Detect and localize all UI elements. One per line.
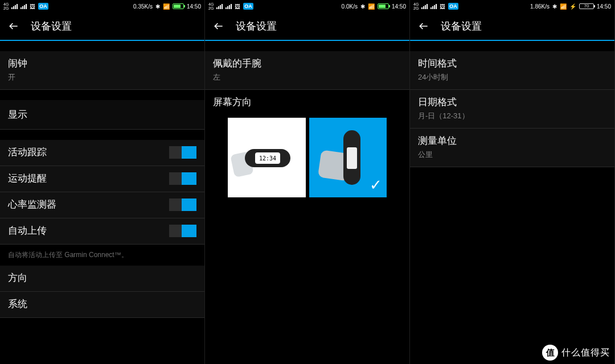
- row-activity-tracking[interactable]: 活动跟踪: [0, 140, 204, 166]
- orientation-option-horizontal[interactable]: 12:34: [228, 118, 306, 197]
- toggle-move-alert[interactable]: [169, 172, 196, 185]
- net-speed: 1.86K/s: [530, 3, 550, 10]
- screen-3: 4G2G 🖼 OA 1.86K/s 70 14:50 设备设置 时间格式 24小…: [410, 0, 615, 364]
- row-label: 方向: [8, 271, 196, 284]
- row-label: 闹钟: [8, 57, 196, 70]
- row-alarm[interactable]: 闹钟 开: [0, 51, 204, 90]
- band-icon: [343, 130, 360, 185]
- battery-icon: 70: [579, 3, 594, 9]
- wifi-icon: [560, 3, 567, 10]
- row-label: 运动提醒: [8, 172, 169, 185]
- row-auto-upload[interactable]: 自动上传: [0, 218, 204, 245]
- oa-badge: OA: [448, 3, 458, 10]
- row-hrm[interactable]: 心率监测器: [0, 192, 204, 218]
- row-system[interactable]: 系统: [0, 292, 204, 318]
- picture-icon: 🖼: [440, 3, 445, 10]
- clock: 14:50: [187, 3, 201, 10]
- status-bar: 4G2G 🖼 OA 0.35K/s 14:50: [0, 0, 204, 13]
- watermark: 值 什么值得买: [542, 345, 610, 361]
- signal-icon: [216, 3, 223, 9]
- signal-icon-2: [226, 3, 232, 9]
- row-label: 日期格式: [418, 96, 606, 109]
- screen-1: 4G2G 🖼 OA 0.35K/s 14:50 设备设置 闹钟 开 显示: [0, 0, 205, 364]
- wifi-icon: [368, 3, 375, 10]
- oa-badge: OA: [243, 3, 253, 10]
- bluetooth-icon: [360, 3, 365, 10]
- row-label: 时间格式: [418, 57, 606, 70]
- app-header: 设备设置: [410, 13, 614, 41]
- toggle-activity-tracking[interactable]: [169, 146, 196, 159]
- row-label: 心率监测器: [8, 198, 169, 211]
- row-label: 佩戴的手腕: [213, 57, 401, 70]
- row-display[interactable]: 显示: [0, 100, 204, 130]
- battery-icon: [173, 3, 184, 9]
- auto-upload-description: 自动将活动上传至 Garmin Connect™。: [0, 245, 204, 266]
- status-bar: 4G2G 🖼 OA 1.86K/s 70 14:50: [410, 0, 614, 13]
- network-type-icon: 4G2G: [208, 2, 214, 10]
- oa-badge: OA: [38, 3, 48, 10]
- row-label: 自动上传: [8, 224, 169, 237]
- watermark-text: 什么值得买: [561, 347, 610, 359]
- toggle-hrm[interactable]: [169, 198, 196, 211]
- band-display: 12:34: [255, 152, 280, 164]
- row-screen-orientation-header: 屏幕方向: [205, 90, 409, 111]
- signal-icon: [421, 3, 428, 9]
- band-icon: 12:34: [245, 149, 290, 167]
- picture-icon: 🖼: [235, 3, 240, 10]
- row-label: 活动跟踪: [8, 146, 169, 159]
- row-move-alert[interactable]: 运动提醒: [0, 166, 204, 192]
- orientation-option-vertical[interactable]: ✓: [309, 118, 387, 197]
- row-wrist[interactable]: 佩戴的手腕 左: [205, 51, 409, 90]
- row-label: 测量单位: [418, 134, 606, 147]
- check-icon: ✓: [370, 176, 382, 194]
- row-value: 月-日（12-31）: [418, 111, 606, 121]
- clock: 14:50: [392, 3, 406, 10]
- row-value: 开: [8, 72, 196, 82]
- row-label: 显示: [8, 108, 196, 121]
- row-date-format[interactable]: 日期格式 月-日（12-31）: [410, 90, 614, 129]
- row-value: 24小时制: [418, 72, 606, 82]
- row-value: 公里: [418, 150, 606, 160]
- toggle-auto-upload[interactable]: [169, 225, 196, 237]
- network-type-icon: 4G2G: [413, 2, 419, 10]
- clock: 14:50: [597, 3, 611, 10]
- row-label: 系统: [8, 297, 196, 311]
- charging-icon: [569, 3, 576, 10]
- orientation-picker: 12:34 ✓: [205, 111, 409, 208]
- wifi-icon: [163, 3, 170, 10]
- battery-icon: [378, 3, 389, 9]
- row-units[interactable]: 测量单位 公里: [410, 129, 614, 167]
- picture-icon: 🖼: [30, 3, 35, 10]
- back-icon[interactable]: [418, 20, 429, 32]
- signal-icon-2: [430, 3, 437, 9]
- app-header: 设备设置: [0, 13, 204, 41]
- row-time-format[interactable]: 时间格式 24小时制: [410, 51, 614, 90]
- watermark-badge-icon: 值: [542, 345, 558, 361]
- network-type-icon: 4G2G: [3, 2, 9, 10]
- bluetooth-icon: [552, 3, 557, 10]
- net-speed: 0.0K/s: [342, 3, 358, 10]
- page-title: 设备设置: [236, 19, 277, 33]
- page-title: 设备设置: [31, 19, 72, 33]
- status-bar: 4G2G 🖼 OA 0.0K/s 14:50: [205, 0, 409, 13]
- screen-2: 4G2G 🖼 OA 0.0K/s 14:50 设备设置 佩戴的手腕 左 屏幕方向: [205, 0, 410, 364]
- net-speed: 0.35K/s: [133, 3, 153, 10]
- back-icon[interactable]: [8, 20, 19, 32]
- row-label: 屏幕方向: [213, 96, 401, 109]
- page-title: 设备设置: [441, 19, 482, 33]
- row-orientation[interactable]: 方向: [0, 266, 204, 292]
- bluetooth-icon: [155, 3, 160, 10]
- signal-icon-2: [20, 3, 27, 9]
- app-header: 设备设置: [205, 13, 409, 41]
- row-value: 左: [213, 72, 401, 82]
- signal-icon: [11, 3, 18, 9]
- back-icon[interactable]: [213, 20, 224, 32]
